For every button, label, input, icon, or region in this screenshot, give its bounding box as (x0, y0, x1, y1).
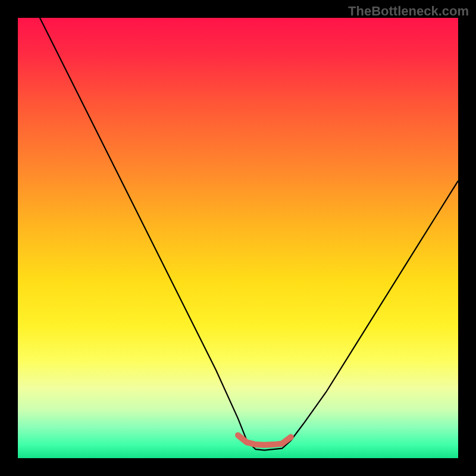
curve-svg (18, 18, 458, 458)
bottleneck-curve-path (18, 18, 458, 450)
plot-area (18, 18, 458, 458)
watermark-text: TheBottleneck.com (348, 4, 469, 19)
